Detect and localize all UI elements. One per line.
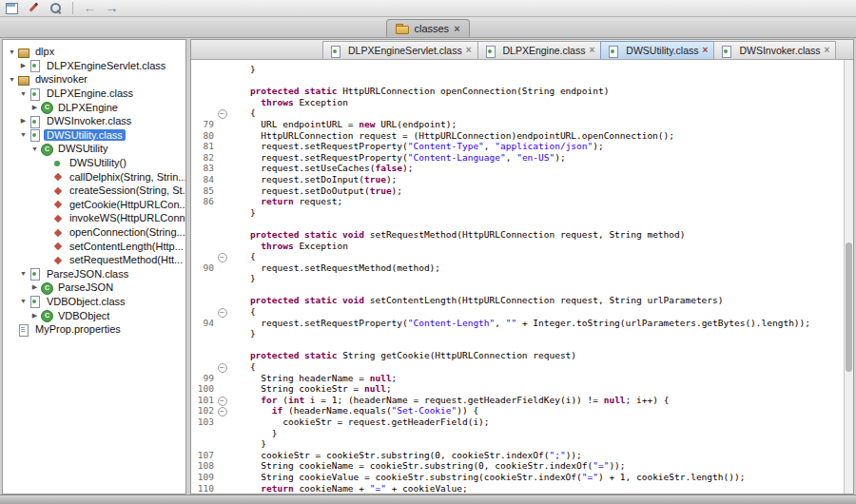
close-icon[interactable] bbox=[589, 46, 594, 55]
collapsed-arrow-icon[interactable] bbox=[29, 283, 40, 291]
tree-item[interactable]: setRequestMethod(Htt... bbox=[3, 253, 185, 267]
window-icon[interactable] bbox=[5, 1, 19, 15]
tree-item[interactable]: setContentLength(Http... bbox=[3, 239, 185, 253]
tree-item[interactable]: invokeWS(HttpURLConn... bbox=[3, 211, 185, 225]
fold-collapse-icon[interactable] bbox=[216, 395, 228, 406]
expanded-arrow-icon[interactable] bbox=[18, 131, 29, 138]
code-text: request.setDoOutput(true); bbox=[228, 185, 844, 197]
vertical-scrollbar[interactable] bbox=[844, 60, 853, 494]
tree-item[interactable]: DWSUtility bbox=[3, 142, 185, 156]
code-line: protected static void setRequestMethod(H… bbox=[191, 229, 844, 241]
tree-item[interactable]: createSession(String, St... bbox=[3, 184, 185, 198]
code-text: { bbox=[228, 306, 844, 318]
tree-item[interactable]: DWSUtility() bbox=[3, 156, 185, 170]
forward-icon[interactable] bbox=[105, 1, 119, 15]
expanded-arrow-icon[interactable] bbox=[7, 76, 17, 83]
tree-item-label: DLPXEngineServlet.class bbox=[44, 60, 168, 71]
expanded-arrow-icon[interactable] bbox=[18, 90, 29, 97]
tree-item[interactable]: VDBObject.class bbox=[3, 295, 185, 309]
close-icon[interactable] bbox=[825, 46, 830, 55]
code-text: request.setUseCaches(false); bbox=[228, 163, 844, 174]
code-text: request.setRequestProperty("Content-Lang… bbox=[228, 152, 844, 164]
line-number bbox=[191, 64, 216, 75]
code-line bbox=[191, 75, 844, 87]
tree-item-label: VDBObject.class bbox=[44, 296, 128, 307]
fold-gutter bbox=[216, 241, 228, 252]
code-line: 81 request.setRequestProperty("Content-T… bbox=[191, 141, 844, 152]
file-icon bbox=[17, 323, 29, 336]
tree-item[interactable]: DLPXEngine.class bbox=[3, 87, 185, 101]
code-line: 109 String cookieValue = cookieStr.subst… bbox=[191, 472, 844, 483]
fold-gutter bbox=[216, 163, 228, 174]
collapsed-arrow-icon[interactable] bbox=[29, 104, 40, 111]
fold-gutter bbox=[216, 460, 228, 472]
close-icon[interactable] bbox=[454, 24, 459, 34]
code-text: for (int i = 1; (headerName = request.ge… bbox=[228, 395, 844, 406]
tree-item[interactable]: callDelphix(String, Strin... bbox=[3, 169, 185, 184]
line-number: 94 bbox=[191, 318, 216, 329]
collapsed-arrow-icon[interactable] bbox=[18, 62, 29, 69]
fold-collapse-icon[interactable] bbox=[216, 107, 228, 119]
line-number: 107 bbox=[191, 450, 216, 461]
fold-collapse-icon[interactable] bbox=[216, 251, 228, 262]
close-icon[interactable] bbox=[703, 46, 709, 55]
tree-item-label: openConnection(String... bbox=[67, 226, 186, 238]
tree-item[interactable]: openConnection(String... bbox=[3, 225, 185, 240]
code-text: } bbox=[228, 273, 844, 284]
back-icon[interactable] bbox=[83, 1, 97, 15]
classfile-icon bbox=[329, 45, 341, 57]
collapsed-arrow-icon[interactable] bbox=[29, 312, 40, 320]
editor-tab[interactable]: DLPXEngineServlet.class bbox=[322, 41, 478, 59]
fold-gutter bbox=[216, 229, 228, 241]
code-line: 108 String cookieName = cookieStr.substr… bbox=[191, 460, 844, 472]
tree-item[interactable]: dwsinvoker bbox=[3, 72, 185, 87]
close-icon[interactable] bbox=[466, 46, 472, 55]
fold-collapse-icon[interactable] bbox=[216, 306, 228, 318]
tree-item[interactable]: ParseJSON bbox=[3, 281, 185, 295]
class-tree[interactable]: dlpxDLPXEngineServlet.classdwsinvokerDLP… bbox=[2, 39, 186, 494]
tree-item-label: setRequestMethod(Htt... bbox=[67, 254, 185, 265]
code-text: request.setDoInput(true); bbox=[228, 174, 844, 185]
code-line: } bbox=[191, 438, 844, 450]
tree-item[interactable]: ParseJSON.class bbox=[3, 267, 185, 281]
expanded-arrow-icon[interactable] bbox=[18, 298, 29, 304]
fold-collapse-icon[interactable] bbox=[216, 361, 228, 373]
scrollbar-thumb[interactable] bbox=[846, 242, 852, 373]
fold-gutter bbox=[216, 207, 228, 219]
editor-tab[interactable]: DWSInvoker.class bbox=[713, 41, 836, 59]
classfile-icon bbox=[29, 59, 41, 71]
tree-item[interactable]: DWSInvoker.class bbox=[3, 114, 185, 128]
package-icon bbox=[17, 73, 29, 86]
code-text: cookieStr = request.getHeaderField(i); bbox=[228, 417, 844, 428]
fold-gutter bbox=[216, 75, 228, 87]
tree-item-label: DWSUtility() bbox=[67, 157, 129, 168]
line-number: 84 bbox=[191, 174, 216, 185]
tree-item[interactable]: MyProp.properties bbox=[3, 322, 185, 337]
line-number bbox=[191, 273, 216, 284]
code-text: request.setRequestProperty("Content-Leng… bbox=[228, 318, 844, 329]
tree-item[interactable]: DLPXEngineServlet.class bbox=[3, 59, 185, 73]
collapsed-arrow-icon[interactable] bbox=[18, 117, 29, 125]
tree-item[interactable]: getCookie(HttpURLCon... bbox=[3, 198, 185, 212]
tab-classes[interactable]: classes bbox=[386, 19, 469, 37]
search-icon[interactable] bbox=[49, 1, 63, 15]
tree-item[interactable]: DWSUtility.class bbox=[3, 128, 185, 143]
code-line: 82 request.setRequestProperty("Content-L… bbox=[191, 152, 844, 164]
code-view[interactable]: } protected static HttpURLConnection ope… bbox=[191, 60, 844, 494]
fold-gutter bbox=[216, 284, 228, 296]
brush-icon[interactable] bbox=[27, 1, 41, 15]
tree-item[interactable]: dlpx bbox=[3, 45, 185, 59]
expanded-arrow-icon[interactable] bbox=[7, 48, 17, 55]
line-number bbox=[191, 207, 216, 219]
expanded-arrow-icon[interactable] bbox=[18, 270, 29, 277]
editor-tab[interactable]: DLPXEngine.class bbox=[477, 41, 602, 59]
editor-tab[interactable]: DWSUtility.class bbox=[600, 41, 714, 59]
editor-tab-label: DLPXEngine.class bbox=[503, 45, 586, 56]
code-line: 101 for (int i = 1; (headerName = reques… bbox=[191, 395, 844, 406]
fold-collapse-icon[interactable] bbox=[216, 405, 228, 417]
code-line: protected static HttpURLConnection openC… bbox=[191, 86, 844, 97]
tree-item[interactable]: VDBObject bbox=[3, 308, 185, 322]
tree-item[interactable]: DLPXEngine bbox=[3, 100, 185, 114]
expanded-arrow-icon[interactable] bbox=[29, 145, 40, 152]
code-text: return cookieName + "=" + cookieValue; bbox=[228, 483, 844, 494]
